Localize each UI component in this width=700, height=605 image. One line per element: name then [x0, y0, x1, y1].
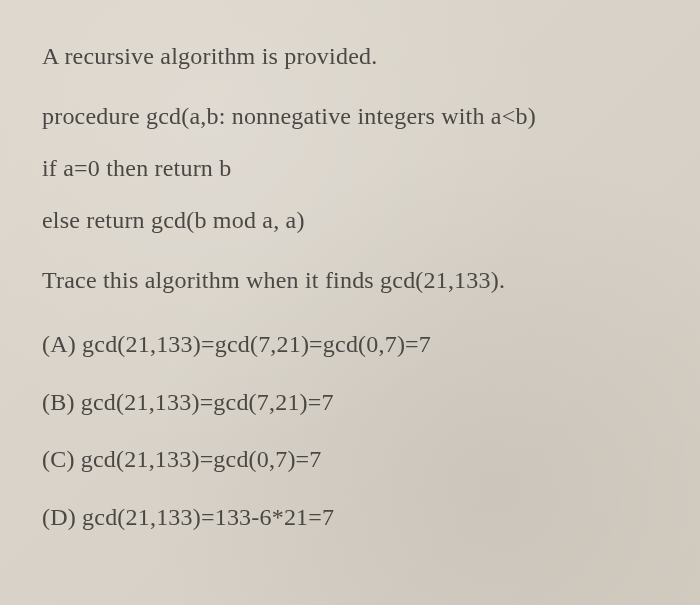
procedure-line-1: procedure gcd(a,b: nonnegative integers … [42, 98, 658, 134]
procedure-line-2: if a=0 then return b [42, 150, 658, 186]
prompt-text: Trace this algorithm when it finds gcd(2… [42, 262, 658, 298]
option-a: (A) gcd(21,133)=gcd(7,21)=gcd(0,7)=7 [42, 328, 658, 362]
question-content: A recursive algorithm is provided. proce… [42, 38, 658, 534]
option-c: (C) gcd(21,133)=gcd(0,7)=7 [42, 443, 658, 477]
option-b: (B) gcd(21,133)=gcd(7,21)=7 [42, 386, 658, 420]
intro-text: A recursive algorithm is provided. [42, 38, 658, 74]
procedure-line-3: else return gcd(b mod a, a) [42, 202, 658, 238]
option-d: (D) gcd(21,133)=133-6*21=7 [42, 501, 658, 535]
